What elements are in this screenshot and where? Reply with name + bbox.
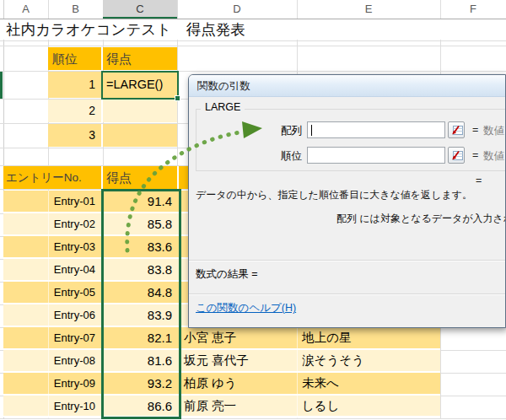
score-cell-2[interactable] — [103, 100, 177, 122]
entry-row[interactable]: Entry-08 81.6 坂元 喜代子 涙そうそう — [3, 350, 440, 373]
table-column-separator — [48, 191, 49, 418]
entry-no: Entry-06 — [3, 304, 95, 326]
dialog-separator — [189, 293, 506, 295]
active-row-indicator — [0, 72, 3, 99]
entry-no: Entry-09 — [3, 373, 95, 394]
arg-array-label: 配列 — [250, 124, 302, 138]
function-help-link[interactable]: この関数のヘルプ(H) — [196, 301, 296, 315]
active-cell-border[interactable] — [101, 71, 179, 100]
entry-score-header-cell[interactable]: 得点 — [103, 166, 177, 189]
formula-result-label: 数式の結果 = — [196, 267, 258, 282]
entry-song: 地上の星 — [302, 327, 440, 348]
column-header-f[interactable]: F — [440, 0, 506, 19]
entry-row[interactable]: Entry-07 82.1 小宮 恵子 地上の星 — [3, 327, 440, 350]
entry-name: 柏原 ゆう — [184, 373, 295, 394]
function-name-label: LARGE — [201, 101, 245, 113]
arg-array-range-selector-button[interactable] — [448, 121, 465, 138]
entry-no: Entry-08 — [3, 350, 95, 371]
range-selector-icon — [450, 150, 463, 161]
entry-no: Entry-03 — [3, 236, 95, 257]
text-caret — [311, 125, 312, 136]
column-header-a[interactable]: A — [3, 0, 48, 19]
arg-rank-type-hint: 数値 — [483, 149, 504, 164]
column-header-d[interactable]: D — [177, 0, 297, 19]
column-header-e[interactable]: E — [297, 0, 440, 19]
entry-song: 涙そうそう — [302, 350, 440, 371]
entry-no: Entry-04 — [3, 259, 95, 280]
entry-name: 坂元 喜代子 — [184, 350, 295, 371]
arg-rank-equals: = — [472, 149, 478, 161]
score-cell-3[interactable] — [103, 124, 177, 147]
rank-score-header-cell[interactable]: 得点 — [103, 47, 177, 70]
entry-song: しるし — [302, 396, 440, 417]
arg-array-type-hint: 数値 — [483, 124, 504, 138]
arg-rank-range-selector-button[interactable] — [448, 147, 465, 164]
rank-header-cell[interactable]: 順位 — [48, 47, 101, 70]
entry-no: Entry-05 — [3, 282, 95, 303]
entry-no: Entry-10 — [3, 396, 95, 417]
column-header-b[interactable]: B — [48, 0, 103, 19]
fill-handle[interactable] — [175, 95, 180, 101]
entry-no: Entry-01 — [3, 191, 95, 212]
arg-rank-label: 順位 — [250, 149, 302, 164]
entry-no: Entry-07 — [3, 327, 95, 348]
function-description: データの中から、指定した順位番目に大きな値を返します。 — [196, 188, 472, 202]
rank-cell-1[interactable]: 1 — [48, 72, 101, 98]
dialog-separator — [189, 260, 506, 261]
entry-no: Entry-02 — [3, 213, 95, 234]
entry-no-header-cell[interactable]: エントリーNo. — [3, 166, 101, 189]
column-header-c[interactable]: C — [103, 0, 177, 19]
arg-array-equals: = — [472, 124, 478, 136]
table-column-separator — [177, 166, 179, 189]
arg-rank-input[interactable] — [307, 147, 445, 164]
function-arguments-dialog: 関数の引数 LARGE 配列 = 数値 順位 — [188, 74, 506, 328]
entry-name: 小宮 恵子 — [184, 327, 295, 348]
entry-name: 前原 亮一 — [184, 396, 295, 417]
entry-row[interactable]: Entry-09 93.2 柏原 ゆう 未来へ — [3, 373, 440, 396]
arg-array-input[interactable] — [307, 121, 445, 138]
selected-range-border[interactable] — [101, 189, 181, 419]
excel-sheet-with-dialog: A B C D E F 社内カラオケコンテスト 得点発表 順位 得点 1 =LA… — [0, 0, 506, 420]
range-selector-icon — [450, 125, 463, 136]
entry-song: 未来へ — [302, 373, 440, 394]
rank-cell-2[interactable]: 2 — [48, 100, 101, 122]
sheet-title: 社内カラオケコンテスト 得点発表 — [6, 19, 245, 40]
dialog-titlebar[interactable]: 関数の引数 — [189, 75, 505, 97]
rank-cell-3[interactable]: 3 — [48, 124, 101, 147]
argument-description: 配列 には対象となるデータが入力されて — [336, 212, 506, 226]
entry-row[interactable]: Entry-10 86.6 前原 亮一 しるし — [3, 396, 440, 417]
dialog-title: 関数の引数 — [197, 79, 250, 94]
formula-preview-equals: = — [476, 175, 482, 186]
